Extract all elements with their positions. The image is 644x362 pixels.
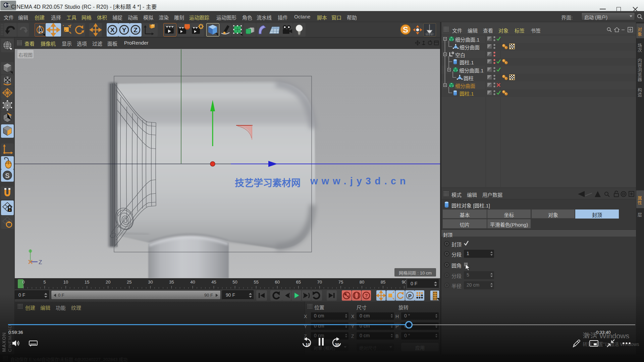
svg-text:S: S — [5, 172, 9, 179]
svg-text:Y: Y — [122, 26, 126, 34]
svg-text:20: 20 — [106, 280, 110, 285]
svg-text:85: 85 — [381, 280, 385, 285]
svg-text:80: 80 — [360, 280, 364, 285]
svg-text:35: 35 — [169, 280, 174, 285]
svg-text:45: 45 — [211, 280, 216, 285]
svg-text:55: 55 — [254, 280, 258, 285]
svg-text:10: 10 — [306, 343, 310, 347]
svg-text:Z: Z — [39, 259, 42, 265]
svg-text:50: 50 — [232, 280, 237, 285]
svg-text:40: 40 — [190, 280, 195, 285]
svg-text:15: 15 — [85, 280, 89, 285]
svg-text:10: 10 — [63, 280, 68, 285]
svg-text:90: 90 — [402, 280, 406, 285]
svg-text:0: 0 — [22, 280, 24, 285]
svg-text:?: ? — [365, 293, 368, 298]
svg-text:S: S — [403, 25, 408, 34]
svg-text:30: 30 — [148, 280, 153, 285]
svg-text:25: 25 — [127, 280, 131, 285]
svg-text:30: 30 — [335, 343, 339, 347]
svg-text:Z: Z — [133, 26, 138, 34]
svg-text:P: P — [408, 293, 412, 299]
svg-text:60: 60 — [275, 280, 279, 285]
svg-text:5: 5 — [43, 280, 46, 285]
svg-text:65: 65 — [296, 280, 301, 285]
svg-text:75: 75 — [338, 280, 343, 285]
svg-text:X: X — [110, 26, 115, 34]
svg-text:70: 70 — [317, 280, 322, 285]
